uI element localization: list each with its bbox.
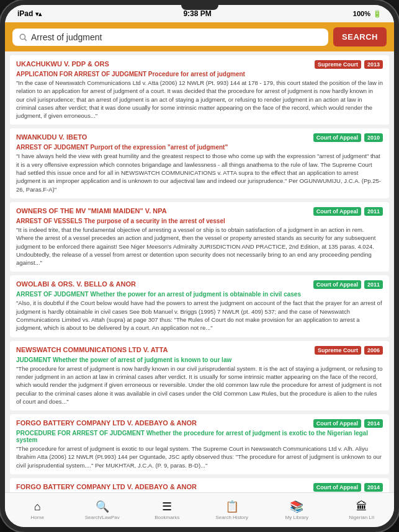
- court-badge: Court of Appeal: [313, 419, 361, 428]
- year-badge: 2014: [364, 483, 383, 492]
- wifi-icon: ▾▴: [35, 11, 42, 17]
- nav-item-history[interactable]: 📋 Search History: [200, 500, 265, 520]
- result-text: "In the case of Newswatch Communications…: [16, 79, 383, 120]
- result-subtitle: ARREST OF JUDGMENT Purport of the expres…: [16, 144, 383, 151]
- result-subtitle: JUDGMENT Whether the power of arrest of …: [16, 357, 383, 363]
- case-title: NWANKUDU V. IBETO: [16, 133, 310, 141]
- result-subtitle: PROCEDURE FOR ARREST OF JUDGMENT Whether…: [16, 430, 383, 443]
- svg-point-0: [20, 34, 25, 39]
- case-title: FORGO BATTERY COMPANY LTD V. ADEBAYO & A…: [16, 419, 310, 427]
- nav-icon-history: 📋: [225, 500, 239, 513]
- nav-label-history: Search History: [216, 515, 248, 520]
- court-badge: Court of Appeal: [313, 280, 361, 289]
- result-header: NEWSWATCH COMMUNICATIONS LTD V. ATTA Sup…: [16, 346, 383, 355]
- year-badge: 2010: [364, 133, 383, 142]
- battery-icon: 🔋: [373, 10, 382, 18]
- result-subtitle: ARREST OF VESSELS The purpose of a secur…: [16, 218, 383, 224]
- header-right: Supreme Court 2013: [315, 60, 383, 69]
- result-subtitle: ARREST OF JUDGMENT Whether the power for…: [16, 291, 383, 298]
- case-title: OWNERS OF THE MV "MIAMI MAIDEN" V. NPA: [16, 207, 310, 215]
- result-header: FORGO BATTERY COMPANY LTD V. ADEBAYO & A…: [16, 419, 383, 428]
- header-right: Court of Appeal 2011: [313, 280, 383, 289]
- court-badge: Court of Appeal: [313, 207, 361, 216]
- nav-icon-search: 🔍: [96, 500, 109, 513]
- nav-label-bookmarks: Bookmarks: [155, 515, 179, 520]
- result-subtitle: APPLICATION FOR ARREST OF JUDGMENT Proce…: [16, 71, 383, 78]
- ipad-label: iPad: [17, 9, 33, 18]
- nav-label-search: Search/LawPav: [85, 515, 120, 520]
- status-left: iPad ▾▴: [17, 9, 42, 18]
- result-header: NWANKUDU V. IBETO Court of Appeal 2010: [16, 133, 383, 142]
- nav-label-library: My Library: [285, 515, 308, 520]
- case-title: UKACHUKWU V. PDP & ORS: [16, 60, 311, 68]
- nav-label-bank: Nigerian LII: [349, 515, 374, 520]
- time-display: 9:38 PM: [183, 9, 211, 18]
- result-card[interactable]: OWOLABI & ORS. V. BELLO & ANOR Court of …: [10, 275, 389, 337]
- nav-item-bookmarks[interactable]: ☰ Bookmarks: [135, 500, 200, 520]
- court-badge: Court of Appeal: [313, 483, 361, 492]
- year-badge: 2013: [364, 60, 383, 69]
- court-badge: Supreme Court: [315, 60, 361, 69]
- year-badge: 2006: [364, 346, 383, 355]
- result-card[interactable]: NWANKUDU V. IBETO Court of Appeal 2010 A…: [10, 128, 389, 198]
- year-badge: 2011: [364, 280, 383, 289]
- result-header: UKACHUKWU V. PDP & ORS Supreme Court 201…: [16, 60, 383, 69]
- result-card[interactable]: UKACHUKWU V. PDP & ORS Supreme Court 201…: [10, 55, 389, 125]
- court-badge: Court of Appeal: [313, 133, 361, 142]
- case-title: FORGO BATTERY COMPANY LTD V. ADEBAYO & A…: [16, 483, 310, 490]
- svg-line-1: [25, 38, 27, 40]
- ipad-device: iPad ▾▴ 9:38 PM 100% 🔋 SEARCH UKACHUKWU …: [0, 0, 399, 532]
- header-right: Court of Appeal 2014: [313, 419, 383, 428]
- nav-item-search[interactable]: 🔍 Search/LawPav: [70, 500, 135, 520]
- result-text: "The procedure for arrest of judgment is…: [16, 445, 383, 469]
- case-title: OWOLABI & ORS. V. BELLO & ANOR: [16, 280, 310, 288]
- header-right: Supreme Court 2006: [315, 346, 383, 355]
- court-badge: Supreme Court: [315, 346, 361, 355]
- result-header: OWNERS OF THE MV "MIAMI MAIDEN" V. NPA C…: [16, 207, 383, 216]
- battery-label: 100%: [353, 10, 370, 17]
- status-right: 100% 🔋: [353, 10, 382, 18]
- search-input[interactable]: [31, 32, 322, 42]
- search-input-wrapper[interactable]: [12, 29, 328, 46]
- nav-icon-home: ⌂: [30, 500, 44, 513]
- result-text: "Also, it is doubtful if the Court below…: [16, 299, 383, 332]
- search-button[interactable]: SEARCH: [333, 27, 387, 47]
- nav-item-bank[interactable]: 🏛 Nigerian LII: [330, 500, 395, 520]
- camera-notch: [181, 5, 218, 10]
- bottom-nav: ⌂ Home 🔍 Search/LawPav ☰ Bookmarks 📋 Sea…: [5, 492, 394, 527]
- nav-label-home: Home: [31, 515, 44, 520]
- year-badge: 2014: [364, 419, 383, 428]
- result-text: "The procedure for arrest of judgment is…: [16, 365, 383, 406]
- nav-item-library[interactable]: 📚 My Library: [264, 500, 330, 520]
- year-badge: 2011: [364, 207, 383, 216]
- search-bar-area: SEARCH: [5, 22, 394, 51]
- header-right: Court of Appeal 2010: [313, 133, 383, 142]
- result-text: "It is indeed trite, that the fundamenta…: [16, 226, 383, 267]
- nav-icon-library: 📚: [290, 500, 303, 513]
- nav-item-home[interactable]: ⌂ Home: [5, 500, 70, 520]
- result-card[interactable]: NEWSWATCH COMMUNICATIONS LTD V. ATTA Sup…: [10, 341, 389, 410]
- result-header: FORGO BATTERY COMPANY LTD V. ADEBAYO & A…: [16, 483, 383, 492]
- nav-icon-bookmarks: ☰: [160, 500, 174, 513]
- nav-icon-bank: 🏛: [355, 500, 369, 513]
- search-icon: [19, 33, 27, 42]
- header-right: Court of Appeal 2014: [313, 483, 383, 492]
- header-right: Court of Appeal 2011: [313, 207, 383, 216]
- result-header: OWOLABI & ORS. V. BELLO & ANOR Court of …: [16, 280, 383, 289]
- result-text: "I have always held the view with great …: [16, 152, 383, 193]
- result-card[interactable]: OWNERS OF THE MV "MIAMI MAIDEN" V. NPA C…: [10, 202, 389, 272]
- results-area[interactable]: UKACHUKWU V. PDP & ORS Supreme Court 201…: [5, 51, 394, 499]
- case-title: NEWSWATCH COMMUNICATIONS LTD V. ATTA: [16, 346, 311, 353]
- result-card[interactable]: FORGO BATTERY COMPANY LTD V. ADEBAYO & A…: [10, 414, 389, 474]
